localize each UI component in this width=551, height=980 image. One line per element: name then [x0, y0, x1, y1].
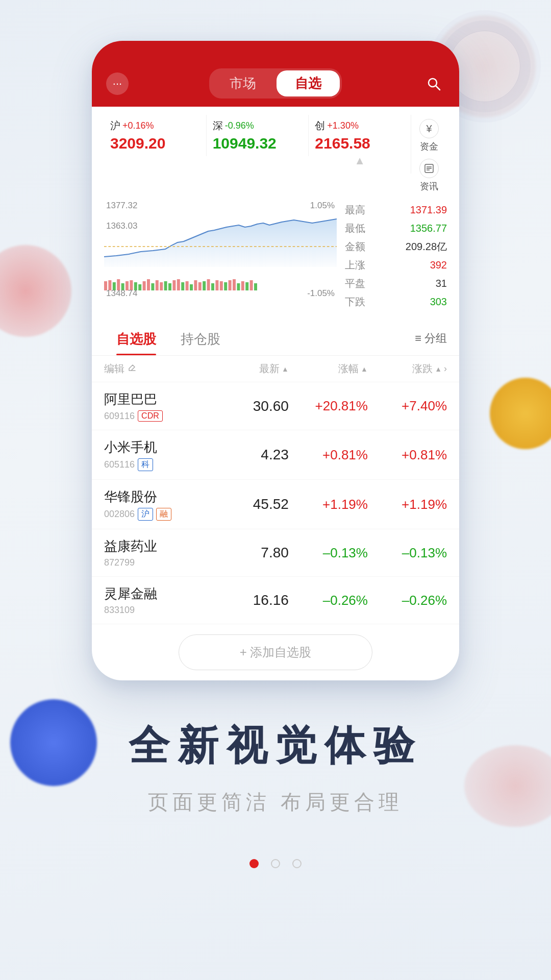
index-chinext[interactable]: 创 +1.30% 2165.58 ▲ [309, 115, 411, 174]
phone: ··· 市场 自选 沪 +0.16% 3 [92, 41, 459, 680]
stock-name-col: 灵犀金融 833109 [104, 585, 210, 616]
th-latest[interactable]: 最新 ▲ [210, 362, 289, 376]
tab-market[interactable]: 市场 [211, 70, 274, 96]
index-value-cy: 2165.58 [315, 135, 405, 152]
svg-rect-27 [194, 280, 197, 290]
tab-watchlist[interactable]: 自选 [277, 70, 340, 96]
phone-wrapper: ··· 市场 自选 沪 +0.16% 3 [92, 41, 459, 680]
svg-rect-34 [224, 282, 227, 290]
stock-code: 833109 [104, 605, 135, 616]
stat-high-label: 最高 [345, 201, 365, 219]
stock-name: 阿里巴巴 [104, 390, 210, 408]
th-chg[interactable]: 涨幅 ▲ [289, 362, 368, 376]
pagination-dot-2[interactable] [271, 859, 280, 868]
group-btn[interactable]: ≡ 分组 [415, 331, 447, 346]
stock-change: +20.81% [289, 398, 368, 414]
index-shanghai[interactable]: 沪 +0.16% 3209.20 [104, 115, 207, 156]
stat-up-value: 392 [430, 256, 447, 274]
action-funds[interactable]: ¥ 资金 [419, 119, 439, 153]
tab-holdings[interactable]: 持仓股 [168, 321, 233, 355]
table-row[interactable]: 小米手机 605116 科 4.23 +0.81% +0.81% [92, 430, 459, 480]
th-chgpct[interactable]: 涨跌 ▲ › [368, 362, 447, 376]
search-icon[interactable] [422, 72, 445, 95]
th-edit[interactable]: 编辑 [104, 362, 210, 376]
table-row[interactable]: 灵犀金融 833109 16.16 –0.26% –0.26% [92, 577, 459, 624]
chevron-right-icon: › [444, 363, 447, 374]
table-row[interactable]: 阿里巴巴 609116 CDR 30.60 +20.81% +7.40% [92, 382, 459, 430]
stock-name-col: 益康药业 872799 [104, 537, 210, 568]
stock-code-row: 833109 [104, 605, 210, 616]
svg-rect-15 [143, 281, 146, 290]
index-value-sh: 3209.20 [110, 135, 200, 152]
table-row[interactable]: 华锋股份 002806 沪融 45.52 +1.19% +1.19% [92, 480, 459, 529]
stock-code-row: 872799 [104, 557, 210, 568]
svg-line-1 [436, 86, 440, 90]
chat-icon[interactable]: ··· [106, 72, 129, 95]
stock-change-pct: –0.13% [368, 545, 447, 561]
group-icon: ≡ [415, 332, 421, 345]
stat-high: 最高 1371.39 [345, 201, 447, 219]
nav-tabs: 市场 自选 [209, 68, 342, 99]
stat-down-label: 下跌 [345, 292, 365, 311]
nav-bar: ··· 市场 自选 [106, 63, 445, 107]
stock-price: 7.80 [210, 545, 289, 561]
stock-code-row: 609116 CDR [104, 410, 210, 422]
stock-list: 阿里巴巴 609116 CDR 30.60 +20.81% +7.40% 小米手… [92, 382, 459, 624]
stock-code-row: 002806 沪融 [104, 508, 210, 521]
news-label: 资讯 [420, 180, 438, 192]
stock-name: 华锋股份 [104, 488, 210, 506]
stock-name-col: 小米手机 605116 科 [104, 438, 210, 471]
svg-rect-33 [220, 281, 223, 290]
stat-low-label: 最低 [345, 219, 365, 237]
index-change-cy: +1.30% [327, 120, 359, 131]
stat-flat-label: 平盘 [345, 274, 365, 292]
main-title: 全新视觉体验 [31, 721, 520, 770]
table-header: 编辑 最新 ▲ 涨幅 ▲ 涨跌 ▲ › [92, 356, 459, 382]
group-label: 分组 [424, 331, 447, 346]
chart-pct-bot: -1.05% [307, 288, 335, 299]
news-icon [419, 159, 439, 178]
index-value-sz: 10949.32 [213, 135, 303, 152]
stock-tag: 科 [138, 458, 153, 471]
stock-name: 益康药业 [104, 537, 210, 555]
stock-name: 小米手机 [104, 438, 210, 456]
table-row[interactable]: 益康药业 872799 7.80 –0.13% –0.13% [92, 529, 459, 577]
stock-change: +0.81% [289, 447, 368, 463]
blob-red-left [0, 245, 71, 337]
stock-code: 872799 [104, 557, 135, 568]
chart-label-low: 1348.74 [106, 288, 137, 299]
svg-rect-16 [147, 279, 150, 290]
stock-price: 30.60 [210, 398, 289, 414]
stock-price: 16.16 [210, 592, 289, 608]
index-change-sh: +0.16% [122, 120, 154, 131]
chart-area: 1377.32 1363.03 1348.74 1.05% -1.05% [92, 197, 459, 317]
stock-code-row: 605116 科 [104, 458, 210, 471]
action-news[interactable]: 资讯 [419, 159, 439, 192]
svg-rect-36 [233, 279, 236, 290]
stock-code: 609116 [104, 411, 135, 422]
bottom-section: 全新视觉体验 页面更简洁 布局更合理 [0, 680, 551, 839]
sort-latest-arrow: ▲ [282, 365, 289, 373]
add-watchlist-btn[interactable]: + 添加自选股 [179, 634, 372, 670]
svg-rect-40 [250, 280, 253, 290]
funds-icon: ¥ [419, 119, 439, 138]
index-shenzhen[interactable]: 深 -0.96% 10949.32 [207, 115, 309, 156]
stat-amount-value: 209.28亿 [406, 237, 447, 256]
expand-arrow[interactable]: ▲ [315, 152, 405, 169]
stat-flat-value: 31 [436, 274, 447, 292]
stock-name: 灵犀金融 [104, 585, 210, 603]
svg-rect-35 [229, 280, 232, 290]
pagination-dot-1[interactable] [249, 859, 259, 868]
stock-change-pct: +7.40% [368, 398, 447, 414]
index-label-sz: 深 [213, 119, 223, 133]
pagination-dot-3[interactable] [292, 859, 302, 868]
stock-name-col: 华锋股份 002806 沪融 [104, 488, 210, 521]
tab-self-select[interactable]: 自选股 [104, 321, 168, 355]
circle-decoration [449, 31, 520, 102]
stock-change-pct: –0.26% [368, 593, 447, 608]
stock-change-pct: +0.81% [368, 447, 447, 463]
stock-change: –0.13% [289, 545, 368, 561]
index-actions: ¥ 资金 资讯 [411, 115, 447, 197]
edit-icon [128, 363, 137, 375]
svg-rect-41 [254, 283, 257, 290]
